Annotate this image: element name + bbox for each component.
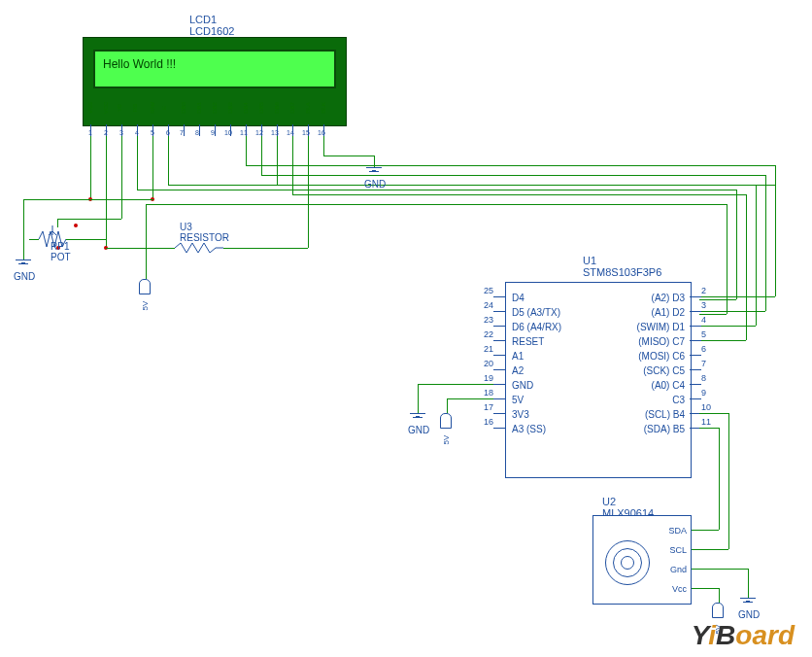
wire	[106, 248, 175, 249]
pinstub	[90, 124, 91, 136]
pin: DB4	[243, 102, 249, 114]
wire	[699, 311, 765, 312]
mcu-part: STM8S103F3P6	[583, 266, 661, 278]
wire	[746, 194, 747, 340]
resistor-label: U3 RESISTOR	[180, 222, 229, 243]
num: 2	[701, 286, 706, 295]
mcu-pin: (MISO) C7	[638, 336, 685, 347]
pinstub	[292, 124, 293, 136]
sensor-pin: SDA	[668, 526, 687, 536]
wire	[121, 136, 122, 219]
pinstub	[199, 124, 200, 136]
num: 10	[701, 402, 711, 412]
pinstub	[323, 124, 324, 136]
wire	[727, 204, 727, 314]
mcu-block: D4 D5 (A3/TX) D6 (A4/RX) RESET A1 A2 GND…	[505, 282, 692, 478]
sensor-block: SDA SCL Gnd Vcc	[592, 515, 692, 605]
pin: V0	[117, 104, 122, 111]
wire	[261, 175, 765, 176]
wire	[719, 588, 720, 603]
gnd-lines-icon	[364, 167, 384, 179]
pinstub	[137, 124, 138, 136]
wire	[699, 340, 746, 341]
mcu-pin: (MOSI) C6	[638, 351, 685, 362]
num: 11	[701, 417, 711, 427]
wire	[699, 296, 775, 297]
num: 9	[701, 388, 706, 398]
gnd-lines-icon	[738, 598, 758, 609]
mcu-pin: (SCL) B4	[645, 409, 685, 420]
mcu-pin: (SWIM) D1	[637, 322, 685, 332]
resistor-icon	[175, 241, 223, 255]
mcu-pin: (SDA) B5	[644, 424, 685, 434]
schematic-root: LCD1 LCD1602 Hello World !!! VSS VCC V0 …	[0, 0, 812, 657]
pwr-arrow-icon	[139, 279, 151, 294]
pin: DB6	[274, 102, 280, 114]
stub	[493, 326, 505, 327]
wire	[323, 156, 374, 156]
wm-1: Y	[692, 620, 709, 650]
wire	[728, 413, 729, 549]
wire	[146, 204, 147, 279]
mcu-pin: (A2) D3	[652, 293, 685, 303]
num: 16	[484, 417, 493, 427]
wire	[137, 136, 138, 190]
sensor-circle-inner	[621, 556, 634, 570]
pin: VCC	[103, 102, 109, 115]
stub	[690, 369, 701, 370]
wire	[418, 384, 493, 385]
pinstub	[168, 124, 169, 136]
mcu-pin: RESET	[512, 336, 544, 347]
gnd-pot: GND	[14, 259, 35, 282]
stub	[690, 355, 701, 356]
wire	[765, 175, 766, 311]
stub	[690, 296, 701, 297]
lcd-ref: LCD1	[189, 14, 217, 25]
sensor-ref: U2	[602, 496, 616, 507]
pin: DB1	[196, 102, 202, 114]
num: 23	[484, 315, 493, 325]
pinstub	[152, 124, 153, 136]
gnd-text: GND	[738, 609, 760, 620]
num: 4	[701, 315, 706, 325]
wire	[323, 136, 324, 156]
wire	[261, 136, 262, 175]
wire	[57, 219, 121, 220]
wire	[736, 190, 737, 299]
pin: BLA	[305, 102, 311, 113]
gnd-text: GND	[364, 179, 386, 190]
pinstub	[246, 124, 247, 136]
wm-2: i	[708, 620, 716, 650]
gnd-sensor: GND	[738, 598, 760, 620]
gnd-mcu: GND	[408, 413, 429, 435]
wire	[690, 530, 719, 531]
pin: DB5	[258, 102, 264, 114]
wire	[106, 136, 107, 248]
pinstub	[184, 124, 185, 136]
pin: R/W	[150, 102, 155, 114]
pwr-label: 5V	[141, 301, 150, 311]
wire	[90, 136, 91, 199]
pwr-label: 5V	[442, 435, 451, 445]
wire	[690, 588, 719, 589]
stub	[493, 355, 505, 356]
wire	[29, 239, 39, 240]
mcu-pin: D6 (A4/RX)	[512, 322, 561, 332]
pin: DB7	[289, 102, 295, 114]
mcu-pin: C3	[672, 395, 685, 405]
pwr-5v-3: 5V	[712, 603, 726, 622]
pinstub	[230, 124, 231, 136]
stub	[493, 413, 505, 414]
pin: VSS	[87, 102, 93, 114]
wire	[719, 428, 720, 530]
wm-3: B	[716, 620, 735, 650]
mcu-pin: D5 (A3/TX)	[512, 307, 560, 318]
pinstub	[106, 124, 107, 136]
gnd-text: GND	[408, 425, 429, 435]
num: 21	[484, 344, 493, 354]
pot-label: RP1 POT	[51, 241, 71, 262]
wire	[23, 199, 24, 259]
stub	[493, 340, 505, 341]
pin: BLK	[321, 102, 326, 113]
pinstub	[277, 124, 278, 136]
